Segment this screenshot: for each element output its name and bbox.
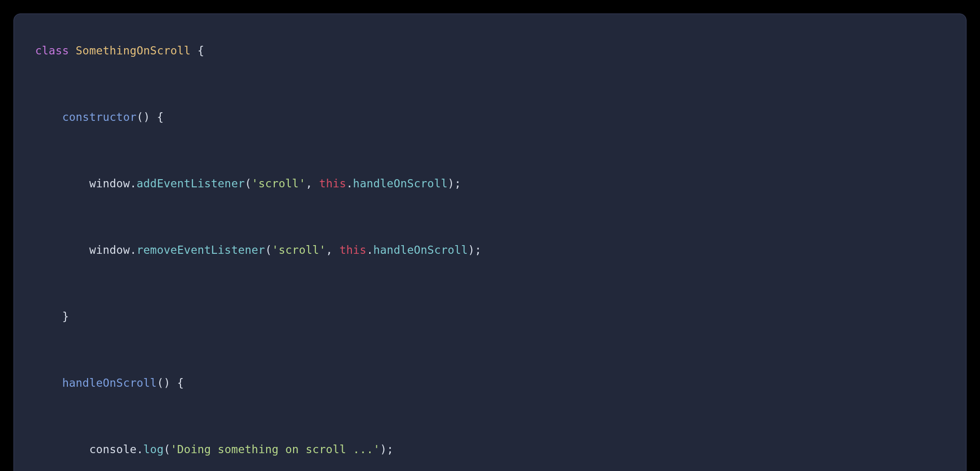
comma: , — [326, 244, 339, 256]
semicolon: ; — [387, 443, 394, 456]
dot: . — [137, 443, 143, 456]
keyword-this: this — [319, 177, 346, 190]
keyword-class: class — [35, 44, 69, 57]
call-log: log — [143, 443, 164, 456]
prop-handleOnScroll: handleOnScroll — [353, 177, 448, 190]
ident-window: window — [89, 177, 129, 190]
brace-close: } — [62, 310, 69, 323]
code-panel: class SomethingOnScroll { constructor() … — [13, 13, 967, 471]
paren-close: ) — [380, 443, 387, 456]
call-addEventListener: addEventListener — [137, 177, 245, 190]
paren-open: ( — [164, 443, 170, 456]
paren-close: ) — [468, 244, 475, 256]
dot: . — [346, 177, 353, 190]
class-name: SomethingOnScroll — [76, 44, 191, 57]
comma: , — [306, 177, 319, 190]
code-block: class SomethingOnScroll { constructor() … — [35, 34, 945, 471]
prop-handleOnScroll: handleOnScroll — [373, 244, 468, 256]
brace-open: { — [157, 111, 164, 123]
brace-open: { — [177, 377, 184, 389]
keyword-this: this — [339, 244, 366, 256]
parens: () — [137, 111, 150, 123]
paren-open: ( — [265, 244, 272, 256]
paren-close: ) — [448, 177, 454, 190]
brace-open: { — [197, 44, 204, 57]
string-scroll: 'scroll' — [272, 244, 326, 256]
string-scroll: 'scroll' — [252, 177, 306, 190]
ident-window: window — [89, 244, 129, 256]
semicolon: ; — [475, 244, 481, 256]
semicolon: ; — [454, 177, 461, 190]
call-removeEventListener: removeEventListener — [137, 244, 265, 256]
method-handleOnScroll: handleOnScroll — [62, 377, 157, 389]
method-constructor: constructor — [62, 111, 137, 123]
string-log: 'Doing something on scroll ...' — [170, 443, 380, 456]
parens: () — [157, 377, 170, 389]
dot: . — [130, 177, 137, 190]
dot: . — [366, 244, 373, 256]
paren-open: ( — [245, 177, 252, 190]
dot: . — [130, 244, 137, 256]
ident-console: console — [89, 443, 136, 456]
